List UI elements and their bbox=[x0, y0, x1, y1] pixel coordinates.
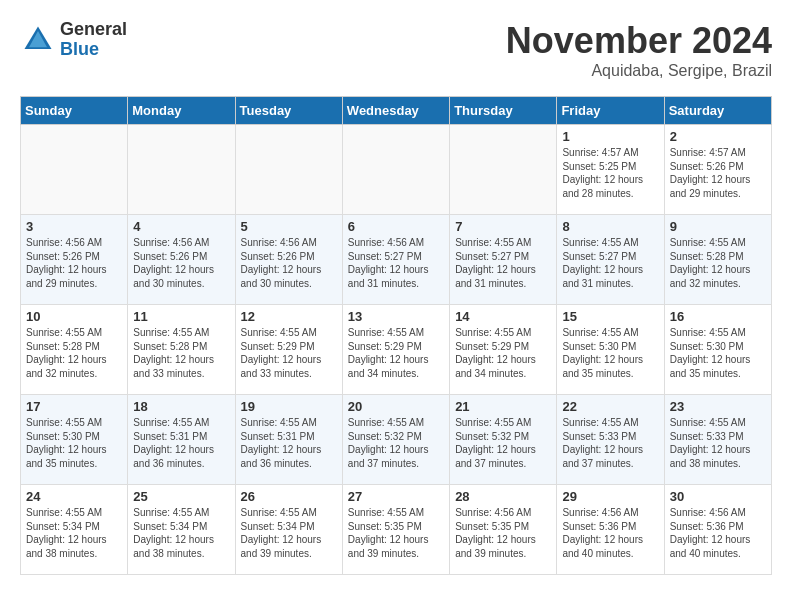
day-number: 2 bbox=[670, 129, 766, 144]
day-number: 1 bbox=[562, 129, 658, 144]
day-number: 29 bbox=[562, 489, 658, 504]
day-cell: 30Sunrise: 4:56 AM Sunset: 5:36 PM Dayli… bbox=[664, 485, 771, 575]
day-cell: 23Sunrise: 4:55 AM Sunset: 5:33 PM Dayli… bbox=[664, 395, 771, 485]
day-info: Sunrise: 4:56 AM Sunset: 5:36 PM Dayligh… bbox=[562, 506, 658, 560]
day-cell: 7Sunrise: 4:55 AM Sunset: 5:27 PM Daylig… bbox=[450, 215, 557, 305]
day-number: 25 bbox=[133, 489, 229, 504]
day-number: 22 bbox=[562, 399, 658, 414]
day-cell bbox=[21, 125, 128, 215]
day-cell: 10Sunrise: 4:55 AM Sunset: 5:28 PM Dayli… bbox=[21, 305, 128, 395]
day-cell: 29Sunrise: 4:56 AM Sunset: 5:36 PM Dayli… bbox=[557, 485, 664, 575]
weekday-header-thursday: Thursday bbox=[450, 97, 557, 125]
day-cell: 2Sunrise: 4:57 AM Sunset: 5:26 PM Daylig… bbox=[664, 125, 771, 215]
day-number: 11 bbox=[133, 309, 229, 324]
day-cell: 15Sunrise: 4:55 AM Sunset: 5:30 PM Dayli… bbox=[557, 305, 664, 395]
week-row-2: 3Sunrise: 4:56 AM Sunset: 5:26 PM Daylig… bbox=[21, 215, 772, 305]
day-info: Sunrise: 4:55 AM Sunset: 5:29 PM Dayligh… bbox=[348, 326, 444, 380]
day-cell: 28Sunrise: 4:56 AM Sunset: 5:35 PM Dayli… bbox=[450, 485, 557, 575]
day-cell: 20Sunrise: 4:55 AM Sunset: 5:32 PM Dayli… bbox=[342, 395, 449, 485]
day-info: Sunrise: 4:55 AM Sunset: 5:34 PM Dayligh… bbox=[26, 506, 122, 560]
day-cell: 5Sunrise: 4:56 AM Sunset: 5:26 PM Daylig… bbox=[235, 215, 342, 305]
day-info: Sunrise: 4:55 AM Sunset: 5:33 PM Dayligh… bbox=[562, 416, 658, 470]
week-row-5: 24Sunrise: 4:55 AM Sunset: 5:34 PM Dayli… bbox=[21, 485, 772, 575]
day-info: Sunrise: 4:55 AM Sunset: 5:27 PM Dayligh… bbox=[455, 236, 551, 290]
day-info: Sunrise: 4:55 AM Sunset: 5:28 PM Dayligh… bbox=[26, 326, 122, 380]
day-info: Sunrise: 4:55 AM Sunset: 5:30 PM Dayligh… bbox=[670, 326, 766, 380]
day-cell: 27Sunrise: 4:55 AM Sunset: 5:35 PM Dayli… bbox=[342, 485, 449, 575]
weekday-header-wednesday: Wednesday bbox=[342, 97, 449, 125]
day-number: 13 bbox=[348, 309, 444, 324]
day-cell bbox=[128, 125, 235, 215]
day-cell: 9Sunrise: 4:55 AM Sunset: 5:28 PM Daylig… bbox=[664, 215, 771, 305]
day-number: 8 bbox=[562, 219, 658, 234]
weekday-header-friday: Friday bbox=[557, 97, 664, 125]
day-number: 30 bbox=[670, 489, 766, 504]
day-info: Sunrise: 4:55 AM Sunset: 5:32 PM Dayligh… bbox=[455, 416, 551, 470]
week-row-3: 10Sunrise: 4:55 AM Sunset: 5:28 PM Dayli… bbox=[21, 305, 772, 395]
day-cell: 22Sunrise: 4:55 AM Sunset: 5:33 PM Dayli… bbox=[557, 395, 664, 485]
logo-blue-text: Blue bbox=[60, 40, 127, 60]
day-info: Sunrise: 4:55 AM Sunset: 5:30 PM Dayligh… bbox=[26, 416, 122, 470]
day-cell: 13Sunrise: 4:55 AM Sunset: 5:29 PM Dayli… bbox=[342, 305, 449, 395]
calendar-table: SundayMondayTuesdayWednesdayThursdayFrid… bbox=[20, 96, 772, 575]
week-row-4: 17Sunrise: 4:55 AM Sunset: 5:30 PM Dayli… bbox=[21, 395, 772, 485]
day-info: Sunrise: 4:55 AM Sunset: 5:28 PM Dayligh… bbox=[133, 326, 229, 380]
day-cell: 4Sunrise: 4:56 AM Sunset: 5:26 PM Daylig… bbox=[128, 215, 235, 305]
day-cell: 21Sunrise: 4:55 AM Sunset: 5:32 PM Dayli… bbox=[450, 395, 557, 485]
day-cell: 1Sunrise: 4:57 AM Sunset: 5:25 PM Daylig… bbox=[557, 125, 664, 215]
day-number: 24 bbox=[26, 489, 122, 504]
day-info: Sunrise: 4:55 AM Sunset: 5:29 PM Dayligh… bbox=[455, 326, 551, 380]
day-info: Sunrise: 4:56 AM Sunset: 5:36 PM Dayligh… bbox=[670, 506, 766, 560]
day-cell: 14Sunrise: 4:55 AM Sunset: 5:29 PM Dayli… bbox=[450, 305, 557, 395]
day-number: 21 bbox=[455, 399, 551, 414]
day-cell bbox=[450, 125, 557, 215]
day-number: 4 bbox=[133, 219, 229, 234]
day-number: 12 bbox=[241, 309, 337, 324]
day-number: 3 bbox=[26, 219, 122, 234]
weekday-header-monday: Monday bbox=[128, 97, 235, 125]
day-info: Sunrise: 4:56 AM Sunset: 5:26 PM Dayligh… bbox=[241, 236, 337, 290]
title-block: November 2024 Aquidaba, Sergipe, Brazil bbox=[506, 20, 772, 80]
day-info: Sunrise: 4:56 AM Sunset: 5:35 PM Dayligh… bbox=[455, 506, 551, 560]
weekday-header-saturday: Saturday bbox=[664, 97, 771, 125]
logo-icon bbox=[20, 22, 56, 58]
day-cell: 19Sunrise: 4:55 AM Sunset: 5:31 PM Dayli… bbox=[235, 395, 342, 485]
day-number: 7 bbox=[455, 219, 551, 234]
weekday-header-tuesday: Tuesday bbox=[235, 97, 342, 125]
day-number: 28 bbox=[455, 489, 551, 504]
page-header: General Blue November 2024 Aquidaba, Ser… bbox=[20, 20, 772, 80]
day-cell: 25Sunrise: 4:55 AM Sunset: 5:34 PM Dayli… bbox=[128, 485, 235, 575]
day-info: Sunrise: 4:55 AM Sunset: 5:30 PM Dayligh… bbox=[562, 326, 658, 380]
day-number: 9 bbox=[670, 219, 766, 234]
day-cell: 12Sunrise: 4:55 AM Sunset: 5:29 PM Dayli… bbox=[235, 305, 342, 395]
day-cell: 16Sunrise: 4:55 AM Sunset: 5:30 PM Dayli… bbox=[664, 305, 771, 395]
day-number: 5 bbox=[241, 219, 337, 234]
day-info: Sunrise: 4:57 AM Sunset: 5:25 PM Dayligh… bbox=[562, 146, 658, 200]
day-cell: 11Sunrise: 4:55 AM Sunset: 5:28 PM Dayli… bbox=[128, 305, 235, 395]
day-info: Sunrise: 4:55 AM Sunset: 5:29 PM Dayligh… bbox=[241, 326, 337, 380]
day-cell: 6Sunrise: 4:56 AM Sunset: 5:27 PM Daylig… bbox=[342, 215, 449, 305]
day-info: Sunrise: 4:55 AM Sunset: 5:31 PM Dayligh… bbox=[133, 416, 229, 470]
day-info: Sunrise: 4:56 AM Sunset: 5:26 PM Dayligh… bbox=[133, 236, 229, 290]
day-info: Sunrise: 4:55 AM Sunset: 5:33 PM Dayligh… bbox=[670, 416, 766, 470]
location-text: Aquidaba, Sergipe, Brazil bbox=[506, 62, 772, 80]
day-info: Sunrise: 4:56 AM Sunset: 5:27 PM Dayligh… bbox=[348, 236, 444, 290]
day-info: Sunrise: 4:57 AM Sunset: 5:26 PM Dayligh… bbox=[670, 146, 766, 200]
day-number: 20 bbox=[348, 399, 444, 414]
day-info: Sunrise: 4:55 AM Sunset: 5:34 PM Dayligh… bbox=[133, 506, 229, 560]
day-info: Sunrise: 4:55 AM Sunset: 5:28 PM Dayligh… bbox=[670, 236, 766, 290]
weekday-header-sunday: Sunday bbox=[21, 97, 128, 125]
day-cell: 8Sunrise: 4:55 AM Sunset: 5:27 PM Daylig… bbox=[557, 215, 664, 305]
day-number: 10 bbox=[26, 309, 122, 324]
day-number: 23 bbox=[670, 399, 766, 414]
day-number: 19 bbox=[241, 399, 337, 414]
day-cell: 18Sunrise: 4:55 AM Sunset: 5:31 PM Dayli… bbox=[128, 395, 235, 485]
logo-text: General Blue bbox=[60, 20, 127, 60]
day-info: Sunrise: 4:56 AM Sunset: 5:26 PM Dayligh… bbox=[26, 236, 122, 290]
day-number: 14 bbox=[455, 309, 551, 324]
month-title: November 2024 bbox=[506, 20, 772, 62]
day-cell: 24Sunrise: 4:55 AM Sunset: 5:34 PM Dayli… bbox=[21, 485, 128, 575]
day-number: 17 bbox=[26, 399, 122, 414]
day-info: Sunrise: 4:55 AM Sunset: 5:35 PM Dayligh… bbox=[348, 506, 444, 560]
logo: General Blue bbox=[20, 20, 127, 60]
